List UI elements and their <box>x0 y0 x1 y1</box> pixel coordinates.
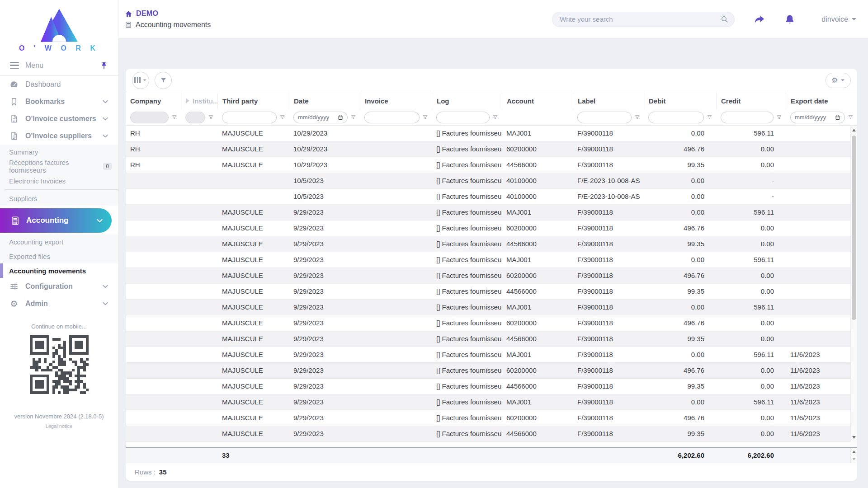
table-row[interactable]: MAJUSCULE9/29/2023[] Factures fournisseu… <box>126 363 857 379</box>
sidebar-item-configuration[interactable]: Configuration <box>0 278 118 295</box>
table-row[interactable]: RHMAJUSCULE10/29/2023[] Factures fournis… <box>126 157 857 173</box>
pin-sidebar-icon[interactable] <box>100 61 108 70</box>
search-icon[interactable] <box>721 15 729 23</box>
table-row[interactable]: MAJUSCULE9/29/2023[] Factures fournisseu… <box>126 221 857 236</box>
column-header-third-party[interactable]: Third party <box>217 92 289 109</box>
table-row[interactable]: MAJUSCULE9/29/2023[] Factures fournisseu… <box>126 252 857 268</box>
filter-input-label[interactable] <box>577 112 632 123</box>
vertical-scrollbar[interactable] <box>850 126 857 442</box>
breadcrumb-root[interactable]: DEMO <box>136 9 158 18</box>
column-header-credit[interactable]: Credit <box>716 92 786 109</box>
funnel-icon[interactable] <box>208 114 214 120</box>
column-chooser-button[interactable] <box>132 72 149 89</box>
table-row[interactable]: MAJUSCULE9/29/2023[] Factures fournisseu… <box>126 331 857 347</box>
table-row[interactable]: MAJUSCULE9/29/2023[] Factures fournisseu… <box>126 394 857 410</box>
column-header-label[interactable]: Label <box>573 92 644 109</box>
calendar-icon[interactable] <box>338 115 343 120</box>
submenu-item-label: Summary <box>9 148 38 156</box>
scroll-down-icon[interactable] <box>852 436 856 439</box>
column-header-export-date[interactable]: Export date <box>786 92 857 109</box>
funnel-icon[interactable] <box>279 114 285 120</box>
sidebar-item-o-invoice-suppliers[interactable]: O'Invoice suppliers <box>0 127 118 145</box>
funnel-icon[interactable] <box>422 114 428 120</box>
funnel-icon[interactable] <box>171 114 177 120</box>
home-icon[interactable] <box>125 10 132 18</box>
horizontal-scrollbar[interactable] <box>126 442 857 447</box>
sidebar-item-bookmarks[interactable]: Bookmarks <box>0 93 118 110</box>
filter-input-invoice[interactable] <box>364 112 420 123</box>
table-row[interactable]: MAJUSCULE9/29/2023[] Factures fournisseu… <box>126 300 857 315</box>
submenu-item-accounting-movements[interactable]: Accounting movements <box>0 263 118 278</box>
column-header-company[interactable]: Company <box>126 92 181 109</box>
table-row[interactable]: RHMAJUSCULE10/29/2023[] Factures fournis… <box>126 141 857 157</box>
table-row[interactable]: MAJUSCULE9/29/2023[] Factures fournisseu… <box>126 268 857 284</box>
expand-column-icon[interactable] <box>186 98 189 103</box>
filter-input-third-party[interactable] <box>222 112 277 123</box>
table-row[interactable]: MAJUSCULE9/29/2023[] Factures fournisseu… <box>126 205 857 221</box>
submenu-item-electronic-invoices[interactable]: Electronic Invoices <box>0 174 118 188</box>
table-row[interactable]: 10/5/2023[] Factures fournisseurs4010000… <box>126 189 857 205</box>
table-row[interactable]: 10/5/2023[] Factures fournisseurs4010000… <box>126 173 857 189</box>
submenu-item-summary[interactable]: Summary <box>0 145 118 159</box>
global-search[interactable] <box>552 12 735 27</box>
calendar-icon[interactable] <box>835 115 840 120</box>
filter-text-input[interactable] <box>441 114 485 121</box>
column-header-date[interactable]: Date <box>289 92 360 109</box>
hamburger-icon[interactable] <box>10 62 19 69</box>
scroll-down-icon[interactable] <box>852 458 856 460</box>
sidebar-item-dashboard[interactable]: Dashboard <box>0 76 118 93</box>
submenu-item-accounting-export[interactable]: Accounting export <box>0 235 118 249</box>
cell-invoice <box>360 363 432 378</box>
filter-text-input[interactable] <box>226 114 272 121</box>
filter-input-log[interactable] <box>436 112 490 123</box>
scrollbar-thumb[interactable] <box>852 136 856 320</box>
table-settings-button[interactable]: ⚙ <box>826 73 851 88</box>
filter-text-input[interactable] <box>725 114 769 121</box>
filter-text-input[interactable] <box>582 114 627 121</box>
column-header-invoice[interactable]: Invoice <box>360 92 432 109</box>
funnel-icon[interactable] <box>707 114 712 120</box>
column-header-debit[interactable]: Debit <box>644 92 716 109</box>
table-row[interactable]: MAJUSCULE9/29/2023[] Factures fournisseu… <box>126 315 857 331</box>
notifications-button[interactable] <box>784 14 795 25</box>
column-header-account[interactable]: Account <box>502 92 573 109</box>
funnel-icon[interactable] <box>350 114 356 120</box>
submenu-item-suppliers[interactable]: Suppliers <box>0 191 118 206</box>
scroll-up-icon[interactable] <box>852 450 856 453</box>
sidebar-item-admin[interactable]: ⚙Admin <box>0 295 118 312</box>
table-row[interactable]: MAJUSCULE9/29/2023[] Factures fournisseu… <box>126 347 857 363</box>
filter-input-date[interactable]: mm/dd/yyyy <box>293 112 348 123</box>
table-row[interactable]: MAJUSCULE9/29/2023[] Factures fournisseu… <box>126 236 857 252</box>
funnel-icon[interactable] <box>848 114 854 120</box>
funnel-icon[interactable] <box>634 114 640 120</box>
date-filter-value[interactable]: mm/dd/yyyy <box>795 114 833 121</box>
submenu-item-r-ceptions-factures-fournisseurs[interactable]: Réceptions factures fournisseurs0 <box>0 159 118 174</box>
table-row[interactable]: MAJUSCULE9/29/2023[] Factures fournisseu… <box>126 426 857 442</box>
table-row[interactable]: MAJUSCULE9/29/2023[] Factures fournisseu… <box>126 410 857 426</box>
filter-input-debit[interactable] <box>648 112 704 123</box>
filter-text-input[interactable] <box>653 114 699 121</box>
cell-invoice <box>360 205 432 220</box>
column-header-institu[interactable]: Institu... <box>181 92 217 109</box>
scroll-up-icon[interactable] <box>852 129 856 131</box>
filter-input-export-date[interactable]: mm/dd/yyyy <box>790 112 845 123</box>
summary-scrollbar[interactable] <box>850 448 857 463</box>
filter-input-credit[interactable] <box>721 112 774 123</box>
legal-notice-link[interactable]: Legal notice <box>0 423 118 429</box>
table-row[interactable]: MAJUSCULE9/29/2023[] Factures fournisseu… <box>126 379 857 394</box>
sidebar-item-o-invoice-customers[interactable]: O'Invoice customers <box>0 110 118 127</box>
submenu-item-exported-files[interactable]: Exported files <box>0 249 118 263</box>
table-row[interactable]: RHMAJUSCULE10/29/2023[] Factures fournis… <box>126 126 857 141</box>
share-button[interactable] <box>754 14 765 25</box>
search-input[interactable] <box>560 15 721 23</box>
filter-toggle-button[interactable] <box>155 72 172 89</box>
user-menu[interactable]: dinvoice <box>821 15 856 23</box>
date-filter-value[interactable]: mm/dd/yyyy <box>298 114 335 121</box>
funnel-icon[interactable] <box>492 114 498 120</box>
table-row[interactable]: MAJUSCULE9/29/2023[] Factures fournisseu… <box>126 284 857 300</box>
chevron-down-icon <box>102 300 109 307</box>
column-header-log[interactable]: Log <box>432 92 502 109</box>
filter-text-input[interactable] <box>369 114 415 121</box>
sidebar-item-accounting[interactable]: Accounting <box>0 208 112 233</box>
funnel-icon[interactable] <box>776 114 782 120</box>
